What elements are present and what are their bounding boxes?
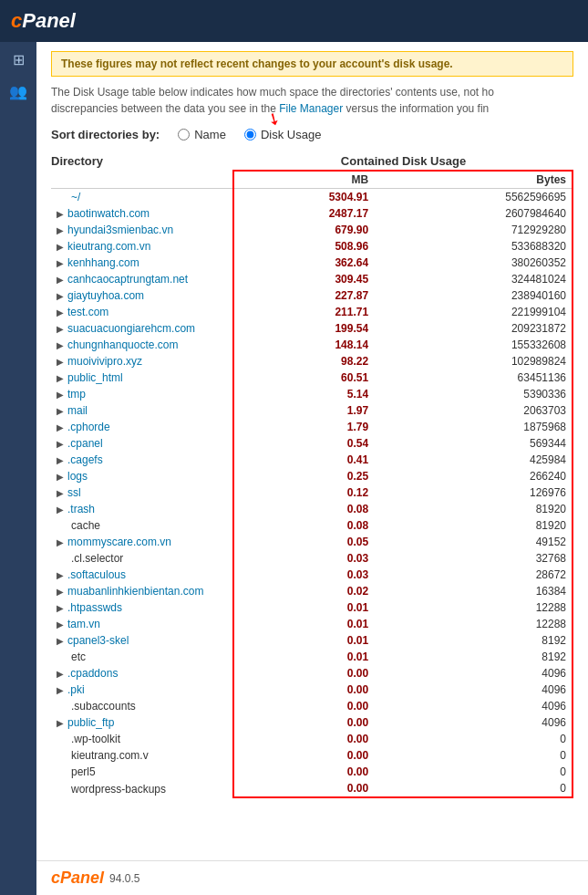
table-row: ▶logs0.25266240 xyxy=(51,468,573,484)
directory-link[interactable]: kenhhang.com xyxy=(67,256,139,269)
bytes-value: 569344 xyxy=(374,435,573,452)
expand-arrow-icon[interactable]: ▶ xyxy=(57,669,64,679)
dir-cell: ▶ssl xyxy=(57,486,227,499)
directory-link[interactable]: .cpanel xyxy=(67,437,103,450)
expand-arrow-icon[interactable]: ▶ xyxy=(57,718,64,728)
directory-link[interactable]: baotinwatch.com xyxy=(67,207,150,220)
expand-arrow-icon[interactable]: ▶ xyxy=(57,685,64,695)
expand-arrow-icon[interactable]: ▶ xyxy=(57,307,64,317)
directory-link[interactable]: tmp xyxy=(67,388,86,401)
table-row: ▶.pki0.004096 xyxy=(51,682,573,698)
expand-arrow-icon[interactable]: ▶ xyxy=(57,357,64,367)
bytes-value: 102989824 xyxy=(374,353,573,369)
directory-link[interactable]: tam.vn xyxy=(67,618,100,630)
sort-name-radio[interactable] xyxy=(178,129,190,140)
directory-link[interactable]: .pki xyxy=(67,683,85,696)
mb-value: 0.12 xyxy=(233,484,374,501)
sidebar-users-icon[interactable]: 👥 xyxy=(9,83,27,100)
directory-link[interactable]: .cphorde xyxy=(67,421,110,433)
dir-cell: ▶mommyscare.com.vn xyxy=(57,536,227,548)
dir-cell: ▶tam.vn xyxy=(57,618,227,630)
bytes-value: 32768 xyxy=(374,550,573,567)
expand-arrow-icon[interactable]: ▶ xyxy=(57,324,64,334)
mb-value: 211.71 xyxy=(233,304,374,320)
bytes-value: 4096 xyxy=(374,714,573,731)
directory-link[interactable]: ~/ xyxy=(71,191,80,203)
sort-disk-radio[interactable] xyxy=(244,129,256,140)
th-bytes: Bytes xyxy=(374,171,573,189)
directory-link[interactable]: public_ftp xyxy=(67,716,114,729)
mb-value: 0.54 xyxy=(233,435,374,452)
expand-arrow-icon[interactable]: ▶ xyxy=(57,209,64,219)
table-row: ▶muabanlinhkienbientan.com0.0216384 xyxy=(51,583,573,599)
expand-arrow-icon[interactable]: ▶ xyxy=(57,258,64,268)
table-row: ▶.cagefs0.41425984 xyxy=(51,452,573,468)
expand-arrow-icon[interactable]: ▶ xyxy=(57,619,64,630)
directory-link[interactable]: kieutrang.com.vn xyxy=(67,240,150,253)
app-header: cPanel xyxy=(0,0,588,42)
directory-link[interactable]: chungnhanquocte.com xyxy=(67,338,178,351)
file-manager-link[interactable]: File Manager xyxy=(279,102,343,115)
arrow-container: Disk Usage ➘ xyxy=(244,128,321,141)
table-row: ▶ssl0.12126976 xyxy=(51,484,573,501)
bytes-value: 238940160 xyxy=(374,287,573,304)
bytes-value: 8192 xyxy=(374,649,573,665)
directory-link[interactable]: canhcaocaptrungtam.net xyxy=(67,273,188,286)
directory-link[interactable]: mommyscare.com.vn xyxy=(67,536,171,548)
mb-value: 0.08 xyxy=(233,501,374,517)
expand-arrow-icon[interactable]: ▶ xyxy=(57,537,64,547)
expand-arrow-icon[interactable]: ▶ xyxy=(57,636,64,646)
expand-arrow-icon[interactable]: ▶ xyxy=(57,291,64,301)
sidebar-grid-icon[interactable]: ⊞ xyxy=(13,51,25,68)
directory-link[interactable]: .trash xyxy=(67,503,95,515)
expand-arrow-icon[interactable]: ▶ xyxy=(57,275,64,285)
expand-arrow-icon[interactable]: ▶ xyxy=(57,488,64,498)
directory-link[interactable]: .cpaddons xyxy=(67,667,118,680)
dir-cell: ▶tmp xyxy=(57,388,227,401)
directory-link[interactable]: test.com xyxy=(67,306,108,318)
directory-link[interactable]: muoivivipro.xyz xyxy=(67,355,142,368)
expand-arrow-icon[interactable]: ▶ xyxy=(57,603,64,613)
expand-arrow-icon[interactable]: ▶ xyxy=(57,406,64,416)
directory-link[interactable]: public_html xyxy=(67,371,123,384)
expand-arrow-icon[interactable]: ▶ xyxy=(57,455,64,465)
expand-arrow-icon[interactable]: ▶ xyxy=(57,373,64,383)
expand-arrow-icon[interactable]: ▶ xyxy=(57,390,64,400)
expand-arrow-icon[interactable]: ▶ xyxy=(57,242,64,252)
directory-link[interactable]: .htpasswds xyxy=(67,601,122,614)
directory-link[interactable]: muabanlinhkienbientan.com xyxy=(67,585,203,598)
expand-arrow-icon[interactable]: ▶ xyxy=(57,422,64,432)
directory-link[interactable]: logs xyxy=(67,470,88,483)
directory-link[interactable]: hyundai3smienbac.vn xyxy=(67,224,173,236)
directory-link[interactable]: ssl xyxy=(67,486,81,499)
directory-link[interactable]: mail xyxy=(67,404,88,417)
sidebar: ⊞ 👥 xyxy=(0,42,36,895)
dir-cell: ▶kenhhang.com xyxy=(57,256,227,269)
sort-disk-option[interactable]: Disk Usage xyxy=(244,128,321,141)
bytes-value: 425984 xyxy=(374,452,573,468)
expand-arrow-icon[interactable]: ▶ xyxy=(57,472,64,482)
directory-link[interactable]: cpanel3-skel xyxy=(67,634,129,647)
contained-disk-usage-header: Contained Disk Usage xyxy=(233,154,573,168)
table-row: ▶public_ftp0.004096 xyxy=(51,714,573,731)
expand-arrow-icon[interactable]: ▶ xyxy=(57,587,64,597)
cpanel-logo: cPanel xyxy=(11,9,76,33)
dir-cell: .wp-toolkit xyxy=(57,733,227,745)
directory-link[interactable]: giaytuyhoa.com xyxy=(67,289,144,302)
mb-value: 0.00 xyxy=(233,780,374,797)
expand-arrow-icon[interactable]: ▶ xyxy=(57,340,64,350)
expand-arrow-icon[interactable]: ▶ xyxy=(57,439,64,449)
mb-value: 0.02 xyxy=(233,583,374,599)
directory-link[interactable]: .cagefs xyxy=(67,453,103,466)
directory-link[interactable]: .softaculous xyxy=(67,568,126,581)
bytes-value: 1875968 xyxy=(374,419,573,435)
directory-name: perl5 xyxy=(71,765,96,778)
sort-name-option[interactable]: Name xyxy=(178,128,226,141)
directory-link[interactable]: suacuacuongiarehcm.com xyxy=(67,322,195,335)
dir-cell: ▶hyundai3smienbac.vn xyxy=(57,224,227,236)
expand-arrow-icon[interactable]: ▶ xyxy=(57,505,64,515)
bytes-value: 324481024 xyxy=(374,271,573,287)
expand-arrow-icon[interactable]: ▶ xyxy=(57,570,64,580)
expand-arrow-icon[interactable]: ▶ xyxy=(57,225,64,235)
table-row: wordpress-backups0.000 xyxy=(51,780,573,797)
